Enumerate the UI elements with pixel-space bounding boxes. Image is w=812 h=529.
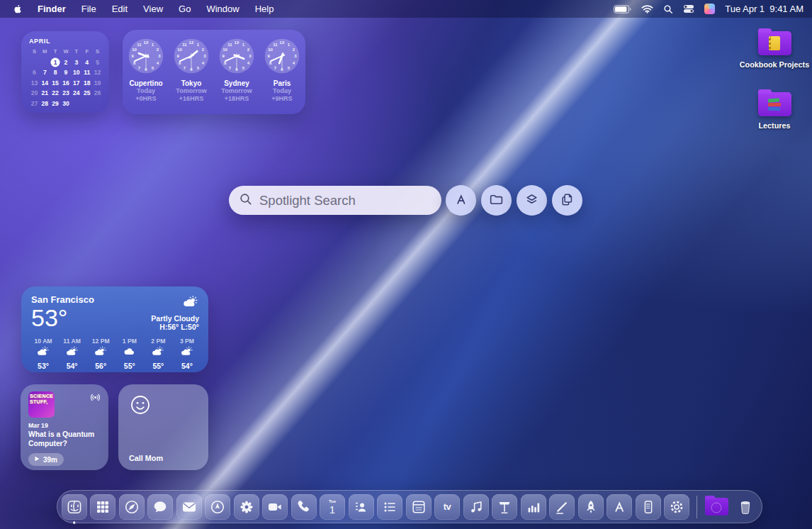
menu-item-edit[interactable]: Edit	[112, 4, 128, 14]
dock: Tue1tv	[57, 490, 762, 523]
clock-offset-label: +18HRS	[225, 95, 249, 103]
spotlight-filter-files-folder[interactable]	[481, 185, 512, 216]
menu-item-view[interactable]: View	[143, 4, 163, 14]
files-folder-icon	[488, 191, 504, 210]
calendar-widget[interactable]: APRIL SMTWTFS123456789101112131415161718…	[21, 31, 109, 113]
svg-text:10: 10	[268, 47, 273, 52]
dock-freeform-icon[interactable]	[549, 494, 575, 520]
dock-maps-icon[interactable]	[205, 494, 230, 520]
calendar-day-header: F	[81, 48, 92, 56]
dock-app-store-icon[interactable]	[607, 494, 632, 520]
desktop-folder-cookbook-projects[interactable]: Cookbook Projects	[739, 27, 810, 69]
dock-mail-icon[interactable]	[176, 494, 202, 520]
calendar-day-header: S	[29, 48, 40, 56]
folder-label: Cookbook Projects	[740, 60, 809, 69]
dock-safari-icon[interactable]	[119, 494, 145, 520]
apple-menu-icon[interactable]	[11, 3, 22, 15]
control-center-icon[interactable]	[683, 4, 694, 13]
world-clock-widget[interactable]: 123456789101112 Cupertino Today +0HRS123…	[123, 30, 305, 114]
dock-music-icon[interactable]	[463, 494, 489, 520]
dock-photos-icon[interactable]	[234, 494, 259, 520]
dock-calendar-icon[interactable]: Tue1	[320, 494, 345, 520]
calendar-day: 13	[29, 79, 40, 87]
spotlight-filter-app-library[interactable]	[446, 185, 476, 216]
notebook-emblem-icon	[769, 36, 780, 50]
calendar-grid: SMTWTFS123456789101112131415161718192021…	[29, 48, 103, 108]
calendar-day-header: T	[71, 48, 81, 56]
svg-text:9: 9	[131, 53, 134, 58]
podcast-date: Mar 19	[28, 422, 101, 429]
dock-trash-icon[interactable]	[733, 494, 758, 520]
calendar-day-header: M	[40, 48, 50, 56]
calendar-day: 18	[81, 79, 92, 87]
search-icon[interactable]	[663, 4, 673, 14]
dock-messages-icon[interactable]	[147, 494, 173, 520]
podcast-widget[interactable]: SCIENCE STUFF, Mar 19 What is a Quantum …	[21, 384, 108, 470]
spotlight-search-bar[interactable]	[229, 186, 441, 215]
weather-condition: Partly Cloudy	[151, 314, 199, 323]
menu-item-finder[interactable]: Finder	[38, 4, 66, 14]
dock-finder-icon[interactable]	[62, 494, 87, 520]
call-mom-widget[interactable]: Call Mom	[118, 384, 208, 470]
menu-item-window[interactable]: Window	[206, 4, 239, 14]
tv-label: tv	[444, 501, 451, 512]
analog-clock-icon: 123456789101112	[127, 37, 165, 78]
partly-cloudy-icon	[94, 345, 108, 361]
dock-tv-icon[interactable]: tv	[434, 494, 460, 520]
smiley-icon	[129, 394, 199, 419]
hour-label: 11 AM	[63, 338, 81, 345]
dock-games-rocket-icon[interactable]	[578, 494, 604, 520]
menu-item-file[interactable]: File	[81, 4, 96, 14]
dock-downloads-folder-icon[interactable]	[704, 494, 729, 520]
menu-bar-left: Finder FileEditViewGoWindowHelp	[0, 3, 274, 15]
clock-day-label: Today	[273, 87, 291, 95]
call-mom-label: Call Mom	[129, 454, 199, 462]
podcast-play-button[interactable]: 39m	[28, 453, 64, 466]
svg-text:11: 11	[273, 42, 278, 47]
svg-text:2: 2	[157, 47, 159, 52]
calendar-day-header: T	[50, 48, 61, 56]
svg-text:7: 7	[184, 65, 186, 70]
clipboard-icon	[559, 191, 575, 210]
menu-item-help[interactable]: Help	[255, 4, 274, 14]
weather-hour: 10 AM 53°	[31, 338, 55, 370]
dock-iphone-mirroring-icon[interactable]	[636, 494, 661, 520]
spotlight-search-input[interactable]	[259, 193, 432, 208]
weather-high-low: H:56° L:50°	[159, 323, 199, 331]
hour-temp: 54°	[67, 362, 78, 370]
dock-settings-gear-icon[interactable]	[664, 494, 689, 520]
partly-cloudy-icon	[36, 345, 50, 361]
siri-icon[interactable]	[704, 4, 715, 14]
svg-text:11: 11	[227, 42, 232, 47]
wifi-icon[interactable]	[641, 4, 653, 13]
dock-phone-icon[interactable]	[291, 494, 317, 520]
desktop-folder-lectures[interactable]: Lectures	[739, 88, 810, 130]
clock-city-label: Tokyo	[181, 79, 202, 87]
calendar-day: 20	[29, 89, 40, 97]
dock-reminders-icon[interactable]	[377, 494, 402, 520]
clock-city-label: Cupertino	[129, 79, 162, 87]
battery-icon[interactable]	[614, 5, 631, 13]
calendar-day: 26	[92, 89, 103, 97]
svg-text:7: 7	[138, 65, 141, 70]
dock-facetime-icon[interactable]	[262, 494, 288, 520]
weather-widget[interactable]: San Francisco 53° Partly Cloudy H:56° L:…	[21, 286, 208, 372]
dock-stocks-icon[interactable]	[521, 494, 546, 520]
dock-launchpad-icon[interactable]	[90, 494, 115, 520]
svg-text:9: 9	[176, 53, 179, 58]
calendar-selected-day: 1	[50, 58, 61, 67]
dock-notes-icon[interactable]	[406, 494, 432, 520]
weather-hour: 3 PM 54°	[175, 338, 199, 370]
spotlight-filter-clipboard[interactable]	[552, 185, 582, 216]
calendar-day: 25	[81, 89, 92, 97]
menu-bar-clock[interactable]: Tue Apr 1 9:41 AM	[725, 4, 803, 14]
weather-temperature: 53°	[31, 305, 94, 330]
dock-keynote-icon[interactable]	[492, 494, 517, 520]
svg-text:12: 12	[144, 40, 149, 45]
calendar-day-header: W	[61, 48, 72, 56]
menu-item-go[interactable]: Go	[179, 4, 191, 14]
spotlight-filter-shortcuts-layers[interactable]	[517, 185, 547, 216]
calendar-date: Tue1	[329, 499, 336, 515]
dock-contacts-icon[interactable]	[349, 494, 374, 520]
calendar-day: 24	[71, 89, 81, 97]
